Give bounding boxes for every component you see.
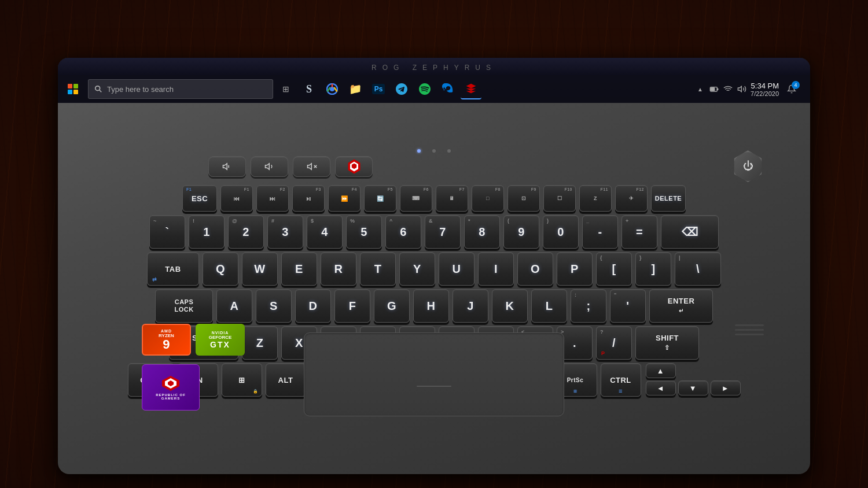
- key-j[interactable]: J: [453, 289, 488, 323]
- key-f7[interactable]: F7 🖥: [436, 185, 468, 212]
- key-equals[interactable]: + =: [621, 215, 657, 249]
- trackpad[interactable]: [304, 332, 564, 416]
- key-s[interactable]: S: [256, 289, 292, 323]
- key-f5[interactable]: F5 🔄: [364, 185, 396, 212]
- key-k[interactable]: K: [492, 289, 528, 323]
- key-lalt[interactable]: ALT: [266, 363, 306, 397]
- key-tab[interactable]: TAB ⇄: [147, 252, 199, 286]
- rog-republic-sticker: REPUBLIC OFGAMERS: [142, 364, 200, 411]
- key-rbracket[interactable]: } ]: [635, 252, 671, 286]
- key-h[interactable]: H: [413, 289, 449, 323]
- key-capslock[interactable]: CAPSLOCK: [155, 289, 213, 323]
- key-o[interactable]: O: [517, 252, 553, 286]
- key-f3[interactable]: F3 ⏯: [292, 185, 325, 212]
- key-backslash[interactable]: | \: [675, 252, 721, 286]
- key-l[interactable]: L: [531, 289, 567, 323]
- key-minus[interactable]: _ -: [582, 215, 618, 249]
- key-2[interactable]: @ 2: [228, 215, 264, 249]
- win-logo-tr: [73, 84, 78, 88]
- key-4[interactable]: $ 4: [307, 215, 343, 249]
- volume-icon[interactable]: [737, 84, 747, 94]
- key-f8[interactable]: F8 □: [472, 185, 504, 212]
- key-1[interactable]: ! 1: [189, 215, 225, 249]
- key-i[interactable]: I: [478, 252, 514, 286]
- tray-expand[interactable]: ▲: [695, 84, 705, 94]
- key-right[interactable]: ►: [711, 380, 741, 395]
- indicator-num: [447, 149, 451, 153]
- search-bar[interactable]: Type here to search: [88, 79, 273, 99]
- mute-button[interactable]: [293, 156, 330, 177]
- key-f12[interactable]: F12 ✈: [615, 185, 648, 212]
- steam-icon[interactable]: S: [299, 79, 319, 99]
- start-button[interactable]: [62, 79, 83, 99]
- spotify-icon[interactable]: [414, 79, 435, 99]
- key-f6[interactable]: F6 ⌨: [400, 185, 432, 212]
- fkey-row: ESC F1 F1 ⏮ F2 ⏭ F3 ⏯ F4 ⏩: [93, 185, 775, 212]
- key-rshift[interactable]: SHIFT⇧: [635, 326, 699, 360]
- key-q[interactable]: Q: [203, 252, 238, 286]
- vent-line-1: [104, 324, 133, 326]
- key-0[interactable]: ) 0: [543, 215, 579, 249]
- key-e[interactable]: E: [281, 252, 317, 286]
- key-enter[interactable]: ENTER↵: [649, 289, 713, 323]
- key-down[interactable]: ▼: [678, 380, 708, 395]
- key-3[interactable]: # 3: [267, 215, 303, 249]
- key-9[interactable]: ( 9: [503, 215, 539, 249]
- nvidia-gtx-sticker: NVIDIA GEFORCE GTX: [196, 324, 245, 356]
- key-left[interactable]: ◄: [646, 380, 676, 395]
- key-f11[interactable]: F11 Z: [579, 185, 612, 212]
- key-backtick[interactable]: ~ `: [149, 215, 185, 249]
- photoshop-icon[interactable]: Ps: [368, 79, 389, 99]
- vol-down-button[interactable]: [208, 156, 246, 177]
- armory-icon[interactable]: [461, 79, 481, 99]
- vent-line-2: [104, 329, 133, 331]
- key-f4[interactable]: F4 ⏩: [328, 185, 361, 212]
- key-delete[interactable]: DELETE: [651, 185, 686, 212]
- key-win[interactable]: ⊞ 🔒: [222, 363, 262, 397]
- key-f[interactable]: F: [334, 289, 370, 323]
- key-backspace[interactable]: ⌫: [661, 215, 719, 249]
- key-g[interactable]: G: [374, 289, 410, 323]
- key-z[interactable]: Z: [242, 326, 278, 360]
- key-a[interactable]: A: [216, 289, 252, 323]
- power-button[interactable]: ⏻: [732, 150, 764, 182]
- key-quote[interactable]: " ': [610, 289, 646, 323]
- telegram-icon[interactable]: [391, 79, 412, 99]
- file-explorer-icon[interactable]: 📁: [345, 79, 366, 99]
- key-slash[interactable]: ? / P: [596, 326, 632, 360]
- key-d[interactable]: D: [295, 289, 331, 323]
- key-f1[interactable]: F1 ⏮: [220, 185, 253, 212]
- vent-line-r3: [735, 334, 764, 335]
- key-y[interactable]: Y: [399, 252, 435, 286]
- network-icon[interactable]: [723, 84, 733, 94]
- edge-icon[interactable]: [437, 79, 458, 99]
- key-r[interactable]: R: [321, 252, 356, 286]
- laptop-body: ROG ZEPHYRUS: [58, 58, 810, 474]
- key-w[interactable]: W: [242, 252, 278, 286]
- key-7[interactable]: & 7: [425, 215, 461, 249]
- key-esc[interactable]: ESC F1: [182, 185, 217, 212]
- key-f9[interactable]: F9 ⊡: [507, 185, 540, 212]
- screen-content: ROG ZEPHYRUS: [58, 58, 810, 103]
- key-t[interactable]: T: [360, 252, 396, 286]
- key-u[interactable]: U: [439, 252, 475, 286]
- key-f2[interactable]: F2 ⏭: [256, 185, 289, 212]
- clock[interactable]: 5:34 PM 7/22/2020: [751, 82, 779, 97]
- notification-center[interactable]: 4: [782, 80, 801, 98]
- key-rctrl[interactable]: CTRL ☰: [601, 363, 641, 397]
- key-f10[interactable]: F10 ☐: [543, 185, 576, 212]
- key-5[interactable]: % 5: [346, 215, 382, 249]
- key-lbracket[interactable]: { [: [596, 252, 632, 286]
- key-8[interactable]: * 8: [464, 215, 500, 249]
- key-p[interactable]: P: [557, 252, 593, 286]
- key-semicolon[interactable]: : ;: [571, 289, 606, 323]
- task-view-button[interactable]: ⊞: [275, 79, 296, 99]
- notification-badge: 4: [792, 81, 800, 89]
- chrome-icon[interactable]: [322, 79, 343, 99]
- svg-rect-5: [711, 88, 715, 91]
- key-6[interactable]: ^ 6: [385, 215, 421, 249]
- key-up[interactable]: ▲: [646, 363, 676, 378]
- battery-icon[interactable]: [709, 84, 719, 94]
- rog-button[interactable]: [335, 156, 373, 177]
- vol-up-button[interactable]: [251, 156, 288, 177]
